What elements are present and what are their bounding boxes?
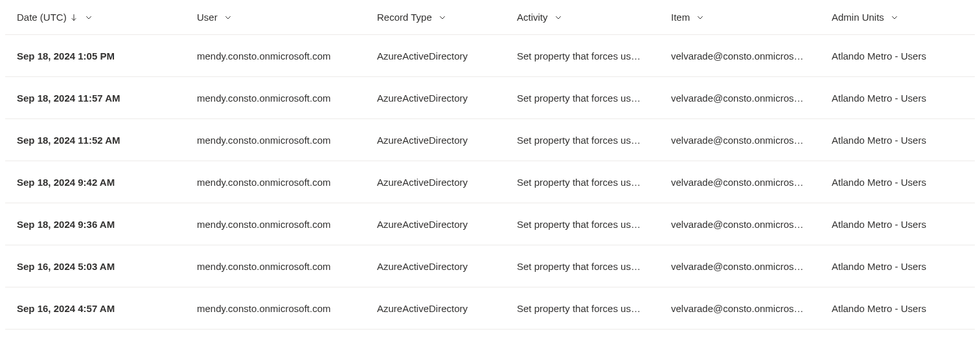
- chevron-down-icon[interactable]: [437, 12, 448, 23]
- table-row[interactable]: Sep 18, 2024 1:05 PMmendy.consto.onmicro…: [5, 35, 975, 77]
- cell-item: velvarade@consto.onmicros…: [671, 261, 832, 272]
- cell-date: Sep 18, 2024 11:52 AM: [17, 135, 197, 146]
- table-body: Sep 18, 2024 1:05 PMmendy.consto.onmicro…: [5, 35, 975, 330]
- cell-record-type: AzureActiveDirectory: [377, 93, 517, 104]
- column-label: Record Type: [377, 12, 432, 23]
- cell-item: velvarade@consto.onmicros…: [671, 303, 832, 314]
- cell-admin-units: Atlando Metro - Users: [832, 177, 963, 188]
- cell-user: mendy.consto.onmicrosoft.com: [197, 93, 377, 104]
- table-row[interactable]: Sep 18, 2024 9:36 AMmendy.consto.onmicro…: [5, 203, 975, 245]
- cell-item: velvarade@consto.onmicros…: [671, 50, 832, 62]
- chevron-down-icon[interactable]: [223, 12, 233, 23]
- cell-user: mendy.consto.onmicrosoft.com: [197, 219, 377, 230]
- cell-user: mendy.consto.onmicrosoft.com: [197, 135, 377, 146]
- table-row[interactable]: Sep 16, 2024 5:03 AMmendy.consto.onmicro…: [5, 245, 975, 287]
- cell-record-type: AzureActiveDirectory: [377, 177, 517, 188]
- cell-user: mendy.consto.onmicrosoft.com: [197, 303, 377, 314]
- cell-activity: Set property that forces us…: [517, 50, 671, 62]
- table-row[interactable]: Sep 18, 2024 11:52 AMmendy.consto.onmicr…: [5, 119, 975, 161]
- cell-activity: Set property that forces us…: [517, 219, 671, 230]
- cell-activity: Set property that forces us…: [517, 93, 671, 104]
- cell-user: mendy.consto.onmicrosoft.com: [197, 261, 377, 272]
- column-header-user[interactable]: User: [197, 12, 377, 23]
- cell-admin-units: Atlando Metro - Users: [832, 50, 963, 62]
- table-header-row: Date (UTC) User Record Type Activity: [5, 0, 975, 35]
- cell-admin-units: Atlando Metro - Users: [832, 135, 963, 146]
- cell-admin-units: Atlando Metro - Users: [832, 93, 963, 104]
- cell-date: Sep 18, 2024 9:42 AM: [17, 177, 197, 188]
- column-label: User: [197, 12, 218, 23]
- cell-user: mendy.consto.onmicrosoft.com: [197, 177, 377, 188]
- cell-record-type: AzureActiveDirectory: [377, 261, 517, 272]
- column-header-date[interactable]: Date (UTC): [17, 12, 197, 23]
- sort-descending-icon: [69, 13, 78, 22]
- cell-activity: Set property that forces us…: [517, 261, 671, 272]
- cell-date: Sep 18, 2024 11:57 AM: [17, 93, 197, 104]
- column-header-item[interactable]: Item: [671, 12, 832, 23]
- cell-item: velvarade@consto.onmicros…: [671, 135, 832, 146]
- cell-activity: Set property that forces us…: [517, 303, 671, 314]
- column-header-record-type[interactable]: Record Type: [377, 12, 517, 23]
- chevron-down-icon[interactable]: [84, 12, 94, 23]
- audit-log-table: Date (UTC) User Record Type Activity: [5, 0, 975, 330]
- cell-user: mendy.consto.onmicrosoft.com: [197, 50, 377, 62]
- chevron-down-icon[interactable]: [553, 12, 564, 23]
- column-header-admin-units[interactable]: Admin Units: [832, 12, 963, 23]
- cell-admin-units: Atlando Metro - Users: [832, 219, 963, 230]
- cell-record-type: AzureActiveDirectory: [377, 219, 517, 230]
- cell-item: velvarade@consto.onmicros…: [671, 219, 832, 230]
- column-label: Date (UTC): [17, 12, 67, 23]
- cell-admin-units: Atlando Metro - Users: [832, 261, 963, 272]
- table-row[interactable]: Sep 18, 2024 11:57 AMmendy.consto.onmicr…: [5, 77, 975, 119]
- cell-record-type: AzureActiveDirectory: [377, 135, 517, 146]
- table-row[interactable]: Sep 18, 2024 9:42 AMmendy.consto.onmicro…: [5, 161, 975, 203]
- cell-date: Sep 18, 2024 1:05 PM: [17, 50, 197, 62]
- cell-date: Sep 16, 2024 5:03 AM: [17, 261, 197, 272]
- chevron-down-icon[interactable]: [695, 12, 705, 23]
- table-row[interactable]: Sep 16, 2024 4:57 AMmendy.consto.onmicro…: [5, 287, 975, 330]
- cell-admin-units: Atlando Metro - Users: [832, 303, 963, 314]
- cell-activity: Set property that forces us…: [517, 177, 671, 188]
- cell-record-type: AzureActiveDirectory: [377, 303, 517, 314]
- cell-item: velvarade@consto.onmicros…: [671, 93, 832, 104]
- column-label: Activity: [517, 12, 548, 23]
- cell-date: Sep 18, 2024 9:36 AM: [17, 219, 197, 230]
- column-label: Admin Units: [832, 12, 884, 23]
- cell-item: velvarade@consto.onmicros…: [671, 177, 832, 188]
- column-label: Item: [671, 12, 690, 23]
- chevron-down-icon[interactable]: [889, 12, 900, 23]
- column-header-activity[interactable]: Activity: [517, 12, 671, 23]
- cell-date: Sep 16, 2024 4:57 AM: [17, 303, 197, 314]
- cell-record-type: AzureActiveDirectory: [377, 50, 517, 62]
- cell-activity: Set property that forces us…: [517, 135, 671, 146]
